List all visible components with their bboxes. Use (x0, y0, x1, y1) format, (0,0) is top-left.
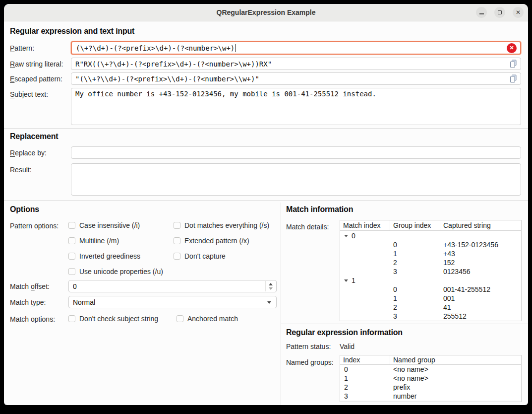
group-row[interactable]: 1001 (340, 293, 521, 302)
subject-text-label: Subject text: (10, 90, 48, 98)
section-heading-replacement: Replacement (10, 132, 58, 141)
named-group-row[interactable]: 2prefix (340, 383, 521, 392)
section-divider (281, 324, 528, 324)
replace-by-label: Replace by: (10, 149, 47, 157)
match-offset-spinner[interactable]: 0 (68, 280, 277, 292)
replace-by-input[interactable] (71, 146, 521, 159)
pattern-text: (\+?\d+)-(?<prefix>\d+)-(?<number>\w+) (76, 44, 235, 52)
copy-icon (509, 74, 517, 83)
match-table-header: Match index Group index Captured string (340, 220, 521, 231)
checkbox-icon (174, 253, 180, 260)
column-header-match-index[interactable]: Match index (340, 220, 390, 230)
named-groups-label: Named groups: (286, 358, 334, 366)
section-divider (4, 128, 528, 129)
group-row[interactable]: 2152 (340, 258, 521, 267)
checkbox-multiline[interactable]: Multiline (/m) (68, 237, 119, 245)
clear-icon: ✕ (509, 45, 514, 51)
close-icon: ✕ (516, 9, 521, 16)
checkbox-dont-capture[interactable]: Don't capture (174, 252, 226, 260)
spin-up-icon[interactable] (269, 283, 273, 285)
checkbox-icon (68, 315, 75, 322)
main-content: Regular expression and text input Patter… (4, 21, 528, 405)
spinner-buttons[interactable] (265, 281, 276, 291)
raw-string-label: Raw string literal: (10, 60, 63, 68)
minimize-icon (479, 13, 484, 14)
checkbox-icon (68, 222, 75, 229)
match-row[interactable]: 1 (340, 276, 521, 284)
group-row[interactable]: 0+43-152-0123456 (340, 240, 521, 249)
column-divider (281, 203, 281, 405)
chevron-down-icon (267, 301, 271, 304)
group-row[interactable]: 0001-41-255512 (340, 284, 521, 293)
copy-raw-button[interactable] (509, 59, 518, 69)
column-header-captured-string[interactable]: Captured string (440, 220, 521, 230)
expander-icon[interactable] (344, 279, 348, 282)
section-heading-regex-info: Regular expression information (286, 328, 403, 337)
checkbox-icon (68, 237, 75, 244)
pattern-input[interactable]: (\+?\d+)-(?<prefix>\d+)-(?<number>\w+) ✕ (71, 41, 521, 55)
checkbox-extended-pattern[interactable]: Extended pattern (/x) (174, 237, 249, 245)
pattern-options-label: Pattern options: (10, 222, 59, 230)
clear-pattern-button[interactable]: ✕ (507, 43, 517, 53)
checkbox-icon (174, 222, 180, 229)
match-type-dropdown[interactable]: Normal (68, 296, 277, 308)
checkbox-dont-check-subject[interactable]: Don't check subject string (68, 315, 158, 323)
column-header-named-group[interactable]: Named group (390, 355, 521, 364)
section-heading-match-info: Match information (286, 205, 353, 214)
checkbox-unicode-properties[interactable]: Use unicode properties (/u) (68, 268, 163, 276)
copy-escaped-button[interactable] (509, 74, 518, 83)
pattern-label: Pattern: (10, 44, 34, 52)
checkbox-inverted-greediness[interactable]: Inverted greediness (68, 252, 140, 260)
checkbox-icon (177, 315, 183, 322)
spin-down-icon[interactable] (269, 287, 273, 290)
checkbox-dot-matches-everything[interactable]: Dot matches everything (/s) (174, 221, 269, 229)
window-controls: ✕ (476, 7, 524, 18)
named-groups-table: Index Named group 0<no name> 1<no name> … (340, 355, 522, 402)
escaped-pattern-input[interactable]: "(\\+?\\d+)-(?<prefix>\\d+)-(?<number>\\… (71, 72, 521, 85)
column-header-index[interactable]: Index (340, 355, 390, 364)
group-row[interactable]: 30123456 (340, 267, 521, 276)
section-divider (4, 200, 528, 201)
maximize-button[interactable] (494, 7, 505, 18)
match-row[interactable]: 0 (340, 231, 521, 240)
match-options-label: Match options: (10, 315, 55, 323)
group-row[interactable]: 1+43 (340, 249, 521, 258)
titlebar[interactable]: QRegularExpression Example ✕ (4, 4, 528, 21)
match-offset-label: Match offset: (10, 282, 50, 290)
window-title: QRegularExpression Example (217, 8, 316, 16)
checkbox-case-insensitive[interactable]: Case insensitive (/i) (68, 221, 140, 229)
section-heading-input: Regular expression and text input (10, 27, 134, 36)
minimize-button[interactable] (476, 7, 487, 18)
checkbox-icon (68, 268, 75, 275)
result-label: Result: (10, 166, 32, 174)
section-heading-options: Options (10, 205, 39, 214)
column-header-group-index[interactable]: Group index (390, 220, 440, 230)
checkbox-icon (68, 253, 75, 260)
result-area[interactable] (71, 163, 521, 196)
expander-icon[interactable] (344, 235, 348, 237)
copy-icon (509, 60, 517, 69)
text-caret (235, 44, 236, 52)
escaped-pattern-label: Escaped pattern: (10, 75, 62, 83)
named-groups-header: Index Named group (340, 355, 521, 365)
named-group-row[interactable]: 0<no name> (340, 365, 521, 374)
checkbox-icon (174, 237, 180, 244)
pattern-status-label: Pattern status: (286, 343, 331, 350)
checkbox-anchored-match[interactable]: Anchored match (177, 315, 238, 323)
match-type-label: Match type: (10, 298, 46, 306)
group-row[interactable]: 241 (340, 302, 521, 311)
group-row[interactable]: 3255512 (340, 311, 521, 320)
subject-text-area[interactable]: My office number is +43-152-0123456, my … (71, 88, 521, 125)
named-group-row[interactable]: 3number (340, 392, 521, 401)
app-window: QRegularExpression Example ✕ Regular exp… (4, 4, 528, 405)
match-details-label: Match details: (286, 223, 329, 231)
pattern-status-value: Valid (340, 343, 355, 350)
maximize-icon (498, 10, 502, 14)
close-button[interactable]: ✕ (513, 7, 524, 18)
match-details-table: Match index Group index Captured string … (340, 220, 522, 321)
named-group-row[interactable]: 1<no name> (340, 374, 521, 383)
raw-string-input[interactable]: R"RX((\+?\d+)-(?<prefix>\d+)-(?<number>\… (71, 58, 521, 70)
